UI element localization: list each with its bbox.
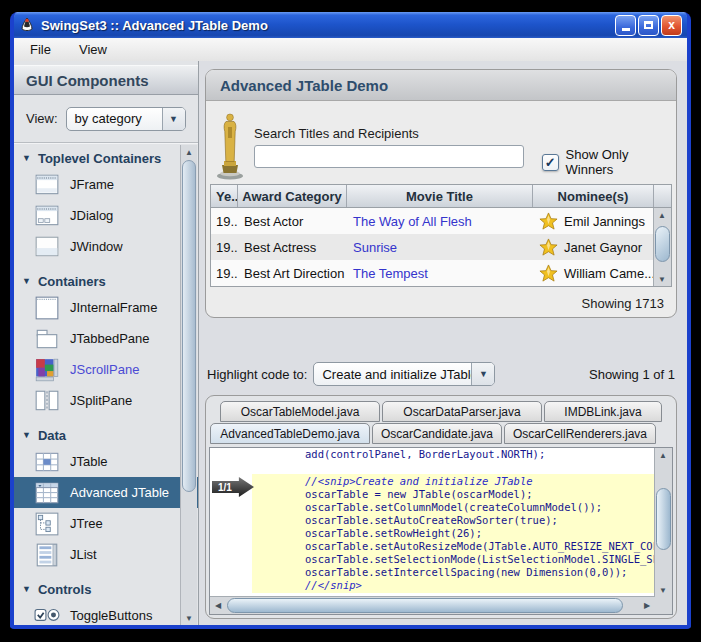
sidebar-item-label: JList bbox=[70, 547, 97, 562]
table-row[interactable]: 19...Best Art DirectionThe TempestWillia… bbox=[211, 260, 671, 286]
tab-oscardataparser-java[interactable]: OscarDataParser.java bbox=[382, 401, 542, 422]
view-selector[interactable]: by category ▼ bbox=[66, 107, 186, 131]
jdialog-icon bbox=[34, 203, 60, 229]
chevron-down-icon[interactable]: ▼ bbox=[471, 363, 494, 385]
sidebar-item-jinternalframe[interactable]: JInternalFrame bbox=[14, 292, 198, 323]
sidebar-item-label: JInternalFrame bbox=[70, 300, 157, 315]
show-only-winners[interactable]: ✓ Show Only Winners bbox=[542, 147, 676, 177]
collapse-arrow-icon[interactable]: ▼ bbox=[22, 430, 31, 440]
sidebar-item-label: JDialog bbox=[70, 208, 113, 223]
collapse-arrow-icon[interactable]: ▼ bbox=[22, 276, 31, 286]
collapse-arrow-icon[interactable]: ▼ bbox=[22, 153, 31, 163]
minimize-icon[interactable] bbox=[615, 15, 636, 36]
tab-oscarcellrenderers-java[interactable]: OscarCellRenderers.java bbox=[504, 423, 656, 444]
view-label: View: bbox=[26, 111, 58, 126]
sidebar-scrollbar[interactable]: ▲ ▼ bbox=[180, 145, 197, 625]
tree-category-label: Containers bbox=[38, 274, 106, 289]
scroll-right-icon[interactable]: ▶ bbox=[639, 597, 655, 613]
sidebar-item-advanced-jtable[interactable]: Advanced JTable bbox=[14, 477, 198, 508]
chevron-down-icon[interactable]: ▼ bbox=[162, 108, 185, 130]
code-horizontal-scrollbar[interactable]: ◀ ▶ bbox=[210, 596, 655, 614]
tree-category-containers[interactable]: ▼Containers bbox=[14, 270, 198, 292]
collapse-arrow-icon[interactable]: ▼ bbox=[22, 584, 31, 594]
code-vscrollbar-thumb[interactable] bbox=[656, 488, 671, 550]
scroll-down-icon[interactable]: ▼ bbox=[181, 611, 197, 625]
jtable-icon bbox=[34, 449, 60, 475]
sidebar-item-label: JWindow bbox=[70, 239, 123, 254]
sidebar-item-label: JTabbedPane bbox=[70, 331, 150, 346]
code-line: oscarTable.setRowHeight(26); bbox=[252, 527, 655, 540]
cell-movie-title-link[interactable]: The Way of All Flesh bbox=[347, 214, 533, 229]
scrollbar-corner bbox=[655, 597, 672, 614]
code-line: add(controlPanel, BorderLayout.NORTH); bbox=[210, 448, 655, 461]
table-row[interactable]: 19...Best ActorThe Way of All FleshEmil … bbox=[211, 208, 671, 234]
code-line: oscarTable.setAutoResizeMode(JTable.AUTO… bbox=[252, 540, 655, 553]
cell-movie-title-link[interactable]: Sunrise bbox=[347, 240, 533, 255]
sidebar-scrollbar-thumb[interactable] bbox=[182, 160, 196, 492]
sidebar-item-jlist[interactable]: JList bbox=[14, 539, 198, 570]
highlight-code-label: Highlight code to: bbox=[207, 367, 307, 382]
scroll-up-icon[interactable]: ▲ bbox=[654, 208, 670, 222]
sidebar-item-label: JTree bbox=[70, 516, 103, 531]
tree-category-label: Toplevel Containers bbox=[38, 151, 161, 166]
nominee-name: William Came... bbox=[564, 266, 655, 281]
code-comment-line: //</snip> bbox=[252, 579, 655, 592]
sidebar-item-jscrollpane[interactable]: JScrollPane bbox=[14, 354, 198, 385]
code-hscrollbar-thumb[interactable] bbox=[227, 598, 623, 613]
sidebar-item-jframe[interactable]: JFrame bbox=[14, 169, 198, 200]
tab-imdblink-java[interactable]: IMDBLink.java bbox=[544, 401, 662, 422]
tab-oscarcandidate-java[interactable]: OscarCandidate.java bbox=[372, 423, 502, 444]
column-header-nominees[interactable]: Nominee(s) bbox=[533, 185, 654, 207]
scroll-down-icon[interactable]: ▼ bbox=[654, 272, 670, 286]
table-row[interactable]: 19...Best ActressSunriseJanet Gaynor bbox=[211, 234, 671, 260]
scroll-left-icon[interactable]: ◀ bbox=[210, 597, 226, 613]
sidebar-item-togglebuttons[interactable]: ToggleButtons bbox=[14, 600, 198, 625]
column-header-movie-title[interactable]: Movie Title bbox=[347, 185, 533, 207]
sidebar-item-label: Advanced JTable bbox=[70, 485, 169, 500]
checkbox-checked-icon[interactable]: ✓ bbox=[542, 154, 559, 171]
tab-oscartablemodel-java[interactable]: OscarTableModel.java bbox=[220, 401, 380, 422]
code-vertical-scrollbar[interactable]: ▲ ▼ bbox=[654, 448, 672, 597]
column-header-year[interactable]: Ye... bbox=[211, 185, 238, 207]
tree-category-controls[interactable]: ▼Controls bbox=[14, 578, 198, 600]
window-title: SwingSet3 :: Advanced JTable Demo bbox=[41, 18, 613, 33]
menu-file[interactable]: File bbox=[26, 40, 55, 59]
scroll-up-icon[interactable]: ▲ bbox=[181, 145, 197, 159]
sidebar-item-jsplitpane[interactable]: JSplitPane bbox=[14, 385, 198, 416]
tree-category-toplevel-containers[interactable]: ▼Toplevel Containers bbox=[14, 147, 198, 169]
search-input[interactable] bbox=[254, 145, 524, 168]
code-line bbox=[210, 461, 655, 474]
cell-award-category: Best Actress bbox=[238, 240, 347, 255]
highlight-code-selector[interactable]: Create and initialize JTable ▼ bbox=[313, 362, 495, 386]
maximize-icon[interactable] bbox=[638, 15, 659, 36]
cell-year: 19... bbox=[211, 240, 238, 255]
tab-advancedtabledemo-java[interactable]: AdvancedTableDemo.java bbox=[210, 423, 370, 444]
sidebar-item-jtree[interactable]: JTree bbox=[14, 508, 198, 539]
code-line: oscarTable = new JTable(oscarModel); bbox=[252, 488, 655, 501]
jscrollpane-icon bbox=[34, 357, 60, 383]
cell-nominee: Janet Gaynor bbox=[533, 238, 671, 257]
code-tabs-row-2: AdvancedTableDemo.javaOscarCandidate.jav… bbox=[206, 422, 676, 444]
app-body: GUI Components View: by category ▼ ▼Topl… bbox=[14, 61, 687, 625]
scroll-up-icon[interactable]: ▲ bbox=[655, 448, 671, 462]
table-scrollbar[interactable]: ▲ ▼ bbox=[653, 208, 671, 286]
sidebar-item-jwindow[interactable]: JWindow bbox=[14, 231, 198, 262]
scroll-down-icon[interactable]: ▼ bbox=[655, 583, 671, 597]
sidebar-item-jtable[interactable]: JTable bbox=[14, 446, 198, 477]
sidebar-item-jdialog[interactable]: JDialog bbox=[14, 200, 198, 231]
row-count-status: Showing 1713 bbox=[582, 296, 664, 311]
close-icon[interactable]: x bbox=[661, 15, 682, 36]
menu-view[interactable]: View bbox=[75, 40, 111, 59]
cell-year: 19... bbox=[211, 214, 238, 229]
cell-movie-title-link[interactable]: The Tempest bbox=[347, 266, 533, 281]
column-header-award-category[interactable]: Award Category bbox=[238, 185, 347, 207]
code-text[interactable]: add(controlPanel, BorderLayout.NORTH); /… bbox=[210, 448, 655, 597]
cell-nominee: Emil Jannings bbox=[533, 212, 671, 231]
sidebar-item-jtabbedpane[interactable]: JTabbedPane bbox=[14, 323, 198, 354]
winner-star-icon bbox=[539, 212, 558, 231]
tree-category-data[interactable]: ▼Data bbox=[14, 424, 198, 446]
tree-category-label: Controls bbox=[38, 582, 91, 597]
titlebar[interactable]: SwingSet3 :: Advanced JTable Demo x bbox=[14, 12, 687, 38]
table-scrollbar-thumb[interactable] bbox=[655, 226, 670, 262]
table-body: 19...Best ActorThe Way of All FleshEmil … bbox=[211, 208, 671, 286]
